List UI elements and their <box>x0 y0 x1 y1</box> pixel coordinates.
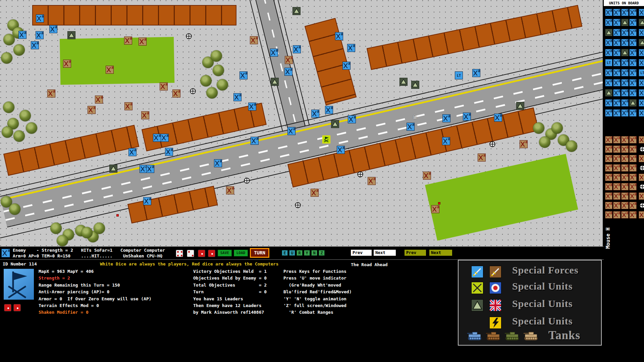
board-enemy-hq-counter[interactable]: HQ <box>629 145 637 153</box>
selected-unit-mini-icon[interactable]: HQ <box>1 249 10 257</box>
friendly-hq-counter[interactable]: HQ <box>472 69 480 77</box>
board-enemy-hq-counter[interactable]: HQ <box>621 202 629 209</box>
board-enemy-hq-counter[interactable]: HQ <box>605 202 612 209</box>
board-friendly-hq-counter[interactable]: HQ <box>629 29 637 36</box>
end-turn-button[interactable]: TURN <box>250 248 269 258</box>
board-friendly-lt-counter[interactable]: LT <box>605 59 612 66</box>
board-friendly-hq-counter[interactable]: HQ <box>621 29 629 36</box>
board-tent-marker[interactable] <box>605 29 612 36</box>
friendly-hq-counter[interactable]: HQ <box>233 93 241 101</box>
next-unit-button[interactable]: Next <box>374 250 396 256</box>
board-enemy-hq-counter[interactable]: HQ <box>639 192 644 200</box>
board-friendly-hq-counter[interactable]: HQ <box>629 19 637 26</box>
board-objective-marker[interactable] <box>639 164 644 172</box>
board-enemy-hq-counter[interactable]: HQ <box>621 183 629 190</box>
save-button[interactable]: SAVE <box>218 250 232 256</box>
hotkey-N[interactable]: N <box>311 250 317 256</box>
friendly-hq-counter[interactable]: HQ <box>293 45 301 53</box>
enemy-hq-counter[interactable]: HQ <box>124 102 132 110</box>
board-tent-marker[interactable] <box>629 99 637 107</box>
board-enemy-hq-counter[interactable]: HQ <box>629 183 637 190</box>
friendly-hq-counter[interactable]: HQ <box>442 114 450 122</box>
board-enemy-hq-counter[interactable]: HQ <box>639 211 644 219</box>
enemy-hq-counter[interactable]: HQ <box>423 172 431 180</box>
friendly-hq-counter[interactable]: HQ <box>494 114 502 122</box>
board-enemy-hq-counter[interactable]: HQ <box>613 202 621 209</box>
selected-unit-counter[interactable] <box>322 135 330 143</box>
friendly-hq-counter[interactable]: HQ <box>407 123 415 131</box>
board-friendly-hq-counter[interactable]: HQ <box>613 69 621 76</box>
board-friendly-hq-counter[interactable]: HQ <box>629 49 637 56</box>
board-enemy-hq-counter[interactable]: HQ <box>613 174 621 181</box>
friendly-hq-counter[interactable]: HQ <box>311 110 319 118</box>
board-objective-marker[interactable] <box>639 145 644 153</box>
board-friendly-hq-counter[interactable]: HQ <box>621 89 629 97</box>
board-enemy-hq-counter[interactable]: HQ <box>629 174 637 181</box>
board-enemy-hq-counter[interactable]: HQ <box>605 136 612 143</box>
enemy-hq-counter[interactable]: HQ <box>520 140 528 148</box>
board-friendly-hq-counter[interactable]: HQ <box>639 9 644 16</box>
board-enemy-hq-counter[interactable]: HQ <box>605 164 612 172</box>
friendly-hq-counter[interactable]: HQ <box>36 14 44 22</box>
board-friendly-hq-counter[interactable]: HQ <box>605 79 612 86</box>
board-friendly-hq-counter[interactable]: HQ <box>639 109 644 117</box>
board-friendly-hq-counter[interactable]: HQ <box>613 9 621 16</box>
prev-unit-button[interactable]: Prev <box>351 250 372 256</box>
board-friendly-hq-counter[interactable]: HQ <box>605 19 612 26</box>
board-friendly-hq-counter[interactable]: HQ <box>639 49 644 56</box>
board-friendly-hq-counter[interactable]: HQ <box>621 109 629 117</box>
enemy-hq-counter[interactable]: HQ <box>88 106 96 114</box>
board-friendly-hq-counter[interactable]: HQ <box>605 39 612 46</box>
board-tent-marker[interactable] <box>621 49 629 56</box>
friendly-hq-counter[interactable]: HQ <box>347 44 355 52</box>
board-friendly-hq-counter[interactable]: HQ <box>629 59 637 66</box>
enemy-hq-counter[interactable]: HQ <box>95 96 103 104</box>
board-enemy-hq-counter[interactable]: HQ <box>605 145 612 153</box>
hotkey-U[interactable]: U <box>289 250 295 256</box>
hotkey-E[interactable]: E <box>282 250 288 256</box>
board-friendly-hq-counter[interactable]: HQ <box>613 99 621 107</box>
board-friendly-hq-counter[interactable]: HQ <box>605 99 612 107</box>
board-enemy-hq-counter[interactable]: HQ <box>621 155 629 162</box>
board-enemy-hq-counter[interactable]: HQ <box>639 136 644 143</box>
board-friendly-hq-counter[interactable]: HQ <box>621 9 629 16</box>
enemy-hq-counter[interactable]: HQ <box>63 60 71 68</box>
board-friendly-hq-counter[interactable]: HQ <box>621 99 629 107</box>
board-friendly-hq-counter[interactable]: HQ <box>629 39 637 46</box>
board-enemy-hq-counter[interactable]: HQ <box>605 211 612 219</box>
board-friendly-hq-counter[interactable]: HQ <box>605 109 612 117</box>
friendly-hq-counter[interactable]: HQ <box>18 31 26 39</box>
enemy-hq-counter[interactable]: HQ <box>124 37 132 45</box>
board-friendly-hq-counter[interactable]: HQ <box>639 29 644 36</box>
board-friendly-hq-counter[interactable]: HQ <box>621 59 629 66</box>
friendly-hq-counter[interactable]: HQ <box>463 113 471 121</box>
board-friendly-hq-counter[interactable]: HQ <box>621 79 629 86</box>
enemy-hq-counter[interactable]: HQ <box>368 177 376 185</box>
friendly-hq-counter[interactable]: HQ <box>153 134 161 142</box>
friendly-hq-counter[interactable]: HQ <box>442 137 450 145</box>
board-enemy-hq-counter[interactable]: HQ <box>629 155 637 162</box>
board-friendly-hq-counter[interactable]: HQ <box>613 49 621 56</box>
enemy-hq-counter[interactable]: HQ <box>172 89 180 98</box>
board-friendly-hq-counter[interactable]: HQ <box>613 89 621 97</box>
board-enemy-hq-counter[interactable]: HQ <box>639 155 644 162</box>
friendly-hq-counter[interactable]: HQ <box>287 127 296 135</box>
board-friendly-hq-counter[interactable]: HQ <box>629 79 637 86</box>
friendly-hq-counter[interactable]: HQ <box>128 148 137 156</box>
board-friendly-hq-counter[interactable]: HQ <box>613 79 621 86</box>
board-enemy-hq-counter[interactable]: HQ <box>613 211 621 219</box>
board-friendly-hq-counter[interactable]: HQ <box>621 69 629 76</box>
board-friendly-hq-counter[interactable]: HQ <box>605 69 612 76</box>
board-friendly-hq-counter[interactable]: HQ <box>639 89 644 97</box>
friendly-hq-counter[interactable]: HQ <box>165 148 173 156</box>
board-enemy-hq-counter[interactable]: HQ <box>605 174 612 181</box>
board-enemy-hq-counter[interactable]: HQ <box>629 211 637 219</box>
friendly-hq-counter[interactable]: HQ <box>342 62 351 70</box>
board-friendly-hq-counter[interactable]: HQ <box>605 49 612 56</box>
board-friendly-hq-counter[interactable]: HQ <box>639 99 644 107</box>
board-tent-marker[interactable] <box>621 19 629 26</box>
board-friendly-hq-counter[interactable]: HQ <box>629 69 637 76</box>
enemy-hq-counter[interactable]: HQ <box>106 66 114 74</box>
enemy-hq-counter[interactable]: HQ <box>226 186 234 194</box>
enemy-hq-counter[interactable]: HQ <box>478 154 486 162</box>
